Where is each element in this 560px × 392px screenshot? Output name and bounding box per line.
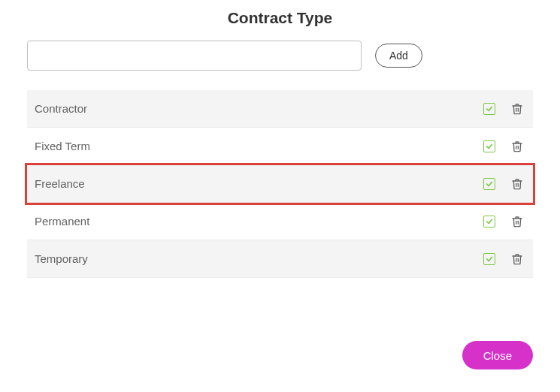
item-label: Temporary <box>35 252 483 265</box>
item-actions <box>483 252 524 266</box>
enabled-checkbox[interactable] <box>483 253 495 265</box>
list-item: Permanent <box>27 203 533 240</box>
trash-icon[interactable] <box>510 215 524 228</box>
enabled-checkbox[interactable] <box>483 140 495 152</box>
new-contract-type-input[interactable] <box>27 41 362 71</box>
close-button[interactable]: Close <box>462 341 533 369</box>
item-label: Contractor <box>35 102 483 115</box>
list-item: Contractor <box>27 90 533 128</box>
page-title: Contract Type <box>0 0 560 41</box>
footer: Close <box>462 341 533 369</box>
list-item: Temporary <box>27 240 533 278</box>
add-button[interactable]: Add <box>375 44 422 68</box>
trash-icon[interactable] <box>510 140 524 153</box>
contract-type-list: ContractorFixed TermFreelancePermanentTe… <box>0 90 560 278</box>
item-actions <box>483 102 524 116</box>
item-actions <box>483 177 524 191</box>
list-item: Fixed Term <box>27 128 533 165</box>
add-row: Add <box>0 41 560 90</box>
enabled-checkbox[interactable] <box>483 103 495 115</box>
item-label: Fixed Term <box>35 140 483 152</box>
trash-icon[interactable] <box>510 177 524 191</box>
trash-icon[interactable] <box>510 102 524 116</box>
item-actions <box>483 215 524 228</box>
list-item: Freelance <box>27 165 533 203</box>
item-label: Freelance <box>35 177 483 190</box>
trash-icon[interactable] <box>510 252 524 266</box>
item-label: Permanent <box>35 215 483 228</box>
item-actions <box>483 140 524 153</box>
enabled-checkbox[interactable] <box>483 178 495 190</box>
enabled-checkbox[interactable] <box>483 216 495 228</box>
